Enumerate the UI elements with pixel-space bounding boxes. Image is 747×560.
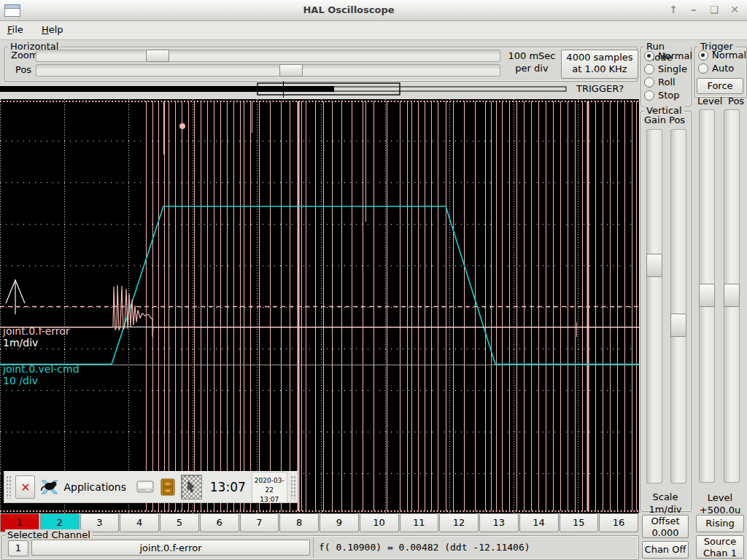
cursor-icon <box>185 481 197 494</box>
pos-slider-handle[interactable] <box>279 64 303 77</box>
trigger-level-readout: Level+500.0u <box>693 491 747 516</box>
vert-pos-slider[interactable] <box>670 129 686 483</box>
channel-button-10[interactable]: 10 <box>360 513 399 532</box>
run-mode-normal[interactable]: Normal <box>644 50 692 61</box>
panel-date: 2020-03-22 <box>255 477 285 494</box>
radio-icon <box>644 77 654 88</box>
panel-grip-right[interactable] <box>290 475 296 499</box>
channel-trace-label: joint.0.vel-cmd <box>2 363 80 375</box>
channel-button-8[interactable]: 8 <box>279 513 319 532</box>
panel-clock-time: 13:07 <box>260 496 279 503</box>
pos-label: Pos <box>15 64 31 75</box>
scope-display[interactable]: joint.0.f-error1m/divjoint.0.vel-cmd10 /… <box>0 99 639 513</box>
radio-icon <box>644 51 654 61</box>
screenshot-tool-button[interactable] <box>181 475 202 499</box>
minimize-button[interactable]: – <box>687 3 700 16</box>
panel-time: 13:07 <box>210 480 246 494</box>
channel-trace-label: 10 /div <box>3 375 38 386</box>
record-filled <box>0 86 334 92</box>
selected-channel-group: Selected Channel 1 joint.0.f-error f( 0.… <box>1 535 639 560</box>
vert-pos-handle[interactable] <box>670 314 686 337</box>
scale-readout: Scale1m/div <box>641 491 689 516</box>
channel-button-13[interactable]: 13 <box>479 513 519 532</box>
channel-button-16[interactable]: 16 <box>599 513 638 532</box>
vertical-group: Vertical Gain Pos Scale1m/div <box>640 111 692 512</box>
trigger-level-handle[interactable] <box>699 284 715 307</box>
trigger-pos-label: Pos <box>728 96 744 106</box>
close-button[interactable]: ✕ <box>728 3 741 16</box>
applications-menu[interactable]: Applications <box>63 481 126 493</box>
gain-slider[interactable] <box>646 129 662 483</box>
radio-icon <box>644 90 654 101</box>
menu-help[interactable]: Help <box>34 21 71 35</box>
channel-trace-label: 1m/div <box>3 337 38 349</box>
shade-button[interactable]: ↑ <box>667 3 680 16</box>
menu-bar: File Help <box>0 21 747 40</box>
file-cabinet-icon[interactable] <box>159 477 177 497</box>
record-position-bar[interactable] <box>0 80 639 99</box>
selected-channel-label: Selected Channel <box>5 529 93 540</box>
zoom-slider-handle[interactable] <box>146 50 169 62</box>
channel-button-6[interactable]: 6 <box>200 513 239 532</box>
force-button[interactable]: Force <box>697 78 743 94</box>
maximize-button[interactable]: ❏ <box>708 3 721 16</box>
trigger-pos-handle[interactable] <box>724 284 740 307</box>
window-title: HAL Oscilloscope <box>0 4 697 15</box>
channel-button-9[interactable]: 9 <box>320 513 359 532</box>
offset-button[interactable]: Offset0.000 <box>642 515 689 538</box>
run-mode-roll[interactable]: Roll <box>644 77 676 88</box>
trigger-level-slider[interactable] <box>699 109 715 483</box>
channel-button-14[interactable]: 14 <box>519 513 559 532</box>
title-bar: HAL Oscilloscope ↑–❏✕ <box>0 0 747 21</box>
trigger-pos-slider[interactable] <box>724 109 740 483</box>
panel-grip-left[interactable] <box>6 475 12 499</box>
channel-button-15[interactable]: 15 <box>560 513 599 532</box>
gain-slider-handle[interactable] <box>646 254 662 277</box>
channel-button-5[interactable]: 5 <box>160 513 199 532</box>
scope-canvas: joint.0.f-error1m/divjoint.0.vel-cmd10 /… <box>0 99 639 513</box>
zoom-slider[interactable] <box>36 50 500 62</box>
file-manager-icon[interactable] <box>136 477 155 497</box>
zoom-label: Zoom <box>11 50 38 61</box>
radio-icon <box>644 64 654 74</box>
trigger-source-button[interactable]: SourceChan 1 <box>696 535 744 559</box>
run-mode-stop[interactable]: Stop <box>644 90 680 101</box>
trace-f-error <box>0 285 639 337</box>
horizontal-group: Horizontal Zoom Pos 100 mSecper div 4000… <box>4 47 638 82</box>
pos-slider[interactable] <box>36 64 500 77</box>
run-mode-group: Run Mode Normal Single Roll Stop <box>640 47 692 106</box>
radio-icon <box>698 63 708 74</box>
trigger-edge-button[interactable]: Rising <box>696 515 744 532</box>
xfce-menu-icon[interactable] <box>39 477 60 497</box>
channel-button-row: 12345678910111213141516 <box>0 513 639 532</box>
menu-file[interactable]: File <box>0 21 31 35</box>
marker-dot <box>179 123 185 129</box>
desktop-panel: ✕ Applications 13:07 202 <box>4 471 298 503</box>
selected-channel-number: 1 <box>8 540 28 556</box>
window-controls: ↑–❏✕ <box>667 3 741 16</box>
channel-button-7[interactable]: 7 <box>240 513 279 532</box>
panel-clock: 2020-03-22 13:07 <box>252 472 287 503</box>
vert-pos-label: Pos <box>669 114 685 125</box>
panel-close-button[interactable]: ✕ <box>15 475 35 499</box>
channel-button-4[interactable]: 4 <box>120 513 159 532</box>
close-icon: ✕ <box>20 481 30 494</box>
trigger-status-label: TRIGGER? <box>576 83 624 94</box>
trigger-group: Trigger Normal Auto Force <box>694 47 747 98</box>
time-per-div-label: 100 mSecper div <box>503 50 560 74</box>
channel-trace-label: joint.0.f-error <box>2 325 70 337</box>
channel-source-button[interactable]: joint.0.f-error <box>31 540 310 556</box>
trigger-auto[interactable]: Auto <box>698 63 734 74</box>
channel-button-11[interactable]: 11 <box>400 513 439 532</box>
samples-button[interactable]: 4000 samplesat 1.00 KHz <box>561 50 638 79</box>
chan-off-button[interactable]: Chan Off <box>642 541 689 559</box>
channel-button-12[interactable]: 12 <box>439 513 479 532</box>
trigger-level-label: Level <box>697 96 722 106</box>
trigger-normal[interactable]: Normal <box>698 50 746 61</box>
cursor-readout: f( 0.10900) = 0.00482 (ddt -12.11406) <box>319 542 530 553</box>
radio-icon <box>698 50 708 61</box>
divider <box>313 537 314 558</box>
gain-label: Gain <box>644 114 666 125</box>
run-mode-single[interactable]: Single <box>644 63 687 74</box>
trace-vel-cmd <box>0 206 639 365</box>
